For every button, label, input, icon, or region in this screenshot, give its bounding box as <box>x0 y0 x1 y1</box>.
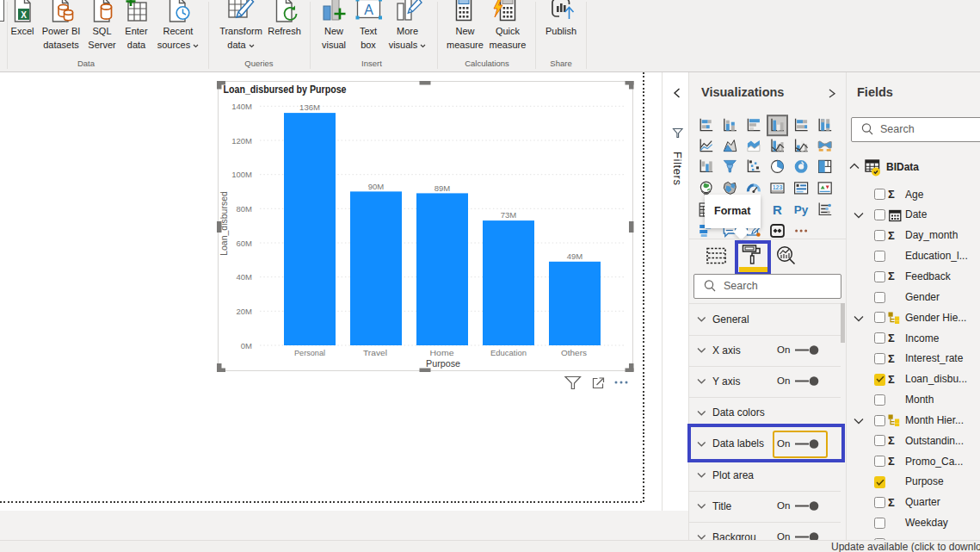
svg-text:R: R <box>773 202 782 217</box>
svg-text:Py: Py <box>794 203 809 216</box>
svg-text:123: 123 <box>773 184 783 190</box>
svg-text:A: A <box>364 3 373 17</box>
svg-text:X: X <box>21 10 27 20</box>
